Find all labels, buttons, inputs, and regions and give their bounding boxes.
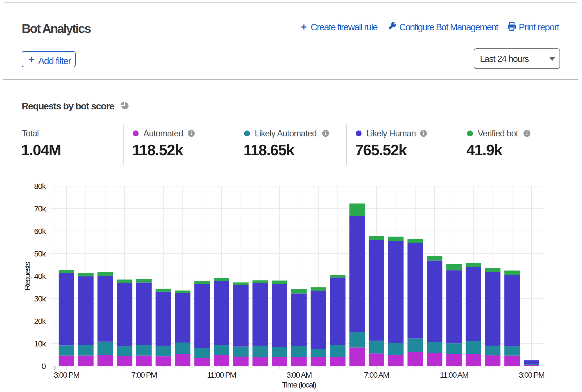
svg-text:3:00 PM: 3:00 PM (519, 370, 544, 379)
svg-text:30k: 30k (34, 294, 46, 303)
svg-text:70k: 70k (34, 204, 46, 213)
svg-text:3:00 AM: 3:00 AM (287, 370, 312, 379)
svg-text:80k: 80k (34, 182, 46, 191)
svg-text:20k: 20k (34, 317, 46, 326)
svg-text:40k: 40k (34, 272, 46, 281)
svg-text:50k: 50k (34, 249, 46, 258)
svg-text:10k: 10k (34, 339, 46, 348)
svg-text:7:00 AM: 7:00 AM (364, 370, 389, 379)
svg-text:Requests: Requests (23, 262, 32, 290)
svg-text:11:00 PM: 11:00 PM (207, 370, 236, 379)
svg-text:Time (local): Time (local) (282, 380, 316, 389)
svg-text:60k: 60k (34, 227, 46, 236)
svg-text:11:00 AM: 11:00 AM (440, 370, 468, 379)
svg-text:3:00 PM: 3:00 PM (54, 370, 79, 379)
svg-text:0: 0 (42, 362, 46, 371)
svg-text:7:00 PM: 7:00 PM (131, 370, 157, 379)
